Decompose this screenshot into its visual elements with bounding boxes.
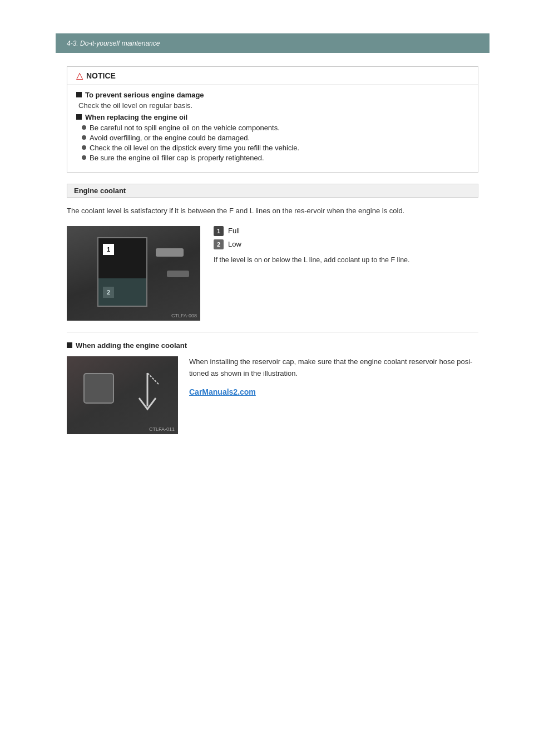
notice-item-1-text: Check the oil level on regular basis. xyxy=(78,101,469,110)
adding-coolant-text: When installing the reservoir cap, make … xyxy=(189,356,478,380)
adding-coolant-image: CTLFA-011 xyxy=(67,356,178,434)
notice-item-1-title: To prevent serious engine damage xyxy=(85,91,204,99)
engine-coolant-heading-text: Engine coolant xyxy=(67,184,478,198)
section-label: 4-3. Do-it-yourself maintenance xyxy=(67,40,160,47)
square-bullet-icon xyxy=(76,92,82,97)
content-area: △ NOTICE To prevent serious engine damag… xyxy=(56,66,490,434)
bullet-text-1: Be careful not to spill engine oil on th… xyxy=(90,124,280,132)
legend-item-low: 2 Low xyxy=(214,239,478,249)
legend-label-low: Low xyxy=(228,240,241,248)
notice-title: NOTICE xyxy=(86,71,116,80)
legend-badge-2: 2 xyxy=(214,239,224,249)
notice-bullet-list: Be careful not to spill engine oil on th… xyxy=(82,124,469,162)
adding-coolant-heading: When adding the engine coolant xyxy=(67,341,478,350)
legend-item-full: 1 Full xyxy=(214,226,478,236)
bullet-text-2: Avoid overfilling, or the engine could b… xyxy=(90,134,250,142)
coolant-content: 1 2 CTLFA-008 1 F xyxy=(67,226,478,321)
legend-badge-1: 1 xyxy=(214,226,224,236)
notice-header: △ NOTICE xyxy=(67,67,478,85)
engine-coolant-heading-bar: Engine coolant xyxy=(67,184,478,198)
section-divider xyxy=(67,332,478,332)
bullet-item-2: Avoid overfilling, or the engine could b… xyxy=(82,134,469,142)
adding-coolant-text-area: When installing the reservoir cap, make … xyxy=(189,356,478,399)
adding-image-watermark: CTLFA-011 xyxy=(149,426,175,432)
svg-line-1 xyxy=(147,373,159,384)
notice-item-1-heading: To prevent serious engine damage xyxy=(76,91,469,99)
warning-triangle-icon: △ xyxy=(76,71,83,80)
bullet-dot-icon-4 xyxy=(82,155,86,160)
square-bullet-icon-3 xyxy=(67,342,72,348)
arrow-indicator-icon xyxy=(128,367,167,418)
notice-body: To prevent serious engine damage Check t… xyxy=(67,85,478,172)
bullet-text-3: Check the oil level on the dipstick ever… xyxy=(90,144,299,152)
coolant-image-watermark: CTLFA-008 xyxy=(171,313,197,318)
bullet-item-1: Be careful not to spill engine oil on th… xyxy=(82,124,469,132)
coolant-legend: 1 Full 2 Low If the level is on or below… xyxy=(214,226,478,266)
bullet-item-3: Check the oil level on the dipstick ever… xyxy=(82,144,469,152)
header-bar: 4-3. Do-it-yourself maintenance xyxy=(56,33,490,53)
bullet-item-4: Be sure the engine oil filler cap is pro… xyxy=(82,154,469,162)
coolant-intro-text: The coolant level is satisfactory if it … xyxy=(67,205,478,217)
bullet-dot-icon-3 xyxy=(82,145,86,150)
legend-note: If the level is on or below the L line, … xyxy=(214,255,478,266)
coolant-image-inner: 1 2 xyxy=(67,226,200,321)
bullet-dot-icon xyxy=(82,125,86,130)
notice-item-2-heading: When replacing the engine oil xyxy=(76,113,469,121)
notice-box: △ NOTICE To prevent serious engine damag… xyxy=(67,66,478,173)
page-container: 4-3. Do-it-yourself maintenance △ NOTICE… xyxy=(0,33,534,756)
square-bullet-icon-2 xyxy=(76,114,82,120)
engine-coolant-title: Engine coolant xyxy=(74,186,126,195)
adding-coolant-heading-text: When adding the engine coolant xyxy=(76,341,187,350)
notice-item-1: To prevent serious engine damage Check t… xyxy=(76,91,469,110)
coolant-reservoir-image: 1 2 CTLFA-008 xyxy=(67,226,200,321)
notice-item-2: When replacing the engine oil Be careful… xyxy=(76,113,469,162)
legend-label-full: Full xyxy=(228,227,240,235)
adding-image-inner xyxy=(67,356,178,434)
notice-item-2-title: When replacing the engine oil xyxy=(85,113,187,121)
carmanuals-link[interactable]: CarManuals2.com xyxy=(189,386,478,398)
bullet-text-4: Be sure the engine oil filler cap is pro… xyxy=(90,154,264,162)
adding-content: CTLFA-011 When installing the reservoir … xyxy=(67,356,478,434)
bullet-dot-icon-2 xyxy=(82,135,86,140)
